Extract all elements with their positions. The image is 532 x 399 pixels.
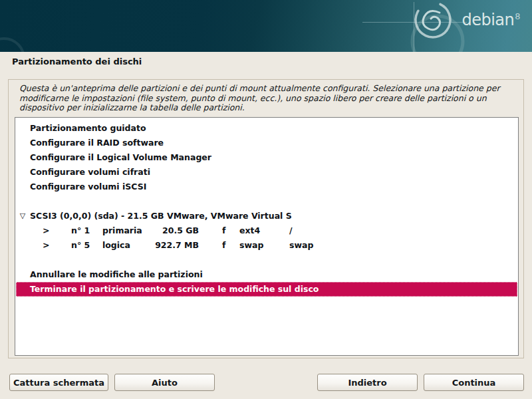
partition-filesystem: ext4 — [239, 223, 260, 238]
partition-format-flag: f — [222, 223, 225, 238]
intro-line: dispositivo per inizializzarne la tabell… — [19, 103, 518, 113]
continue-button[interactable]: Continua — [424, 374, 524, 391]
partition-format-flag: f — [222, 238, 225, 253]
list-spacer-row — [15, 253, 518, 267]
screenshot-button[interactable]: Cattura schermata — [9, 374, 108, 391]
partition-number: n° 5 — [71, 238, 90, 253]
partition-row-1[interactable]: > n° 1 primaria 20.5 GB f ext4 / — [15, 223, 518, 238]
intro-line: modificarne le impostazioni (file system… — [19, 94, 518, 104]
list-item-finish-partitioning[interactable]: Terminare il partizionamento e scrivere … — [16, 282, 517, 297]
expander-closed-icon[interactable]: > — [43, 238, 49, 253]
expander-open-icon[interactable]: ▽ — [15, 209, 30, 223]
list-item-label: Annullare le modifiche alle partizioni — [30, 269, 203, 279]
debian-swirl-icon — [0, 0, 532, 52]
partition-size: 20.5 GB — [132, 223, 199, 238]
version-number: 8 — [515, 11, 520, 21]
partition-list: Partizionamento guidato Configurare il R… — [15, 117, 519, 356]
intro-text: Questa è un'anteprima delle partizioni e… — [19, 84, 518, 113]
list-item-guided-partitioning[interactable]: Partizionamento guidato — [15, 121, 518, 136]
back-button[interactable]: Indietro — [317, 374, 418, 391]
partition-size: 922.7 MB — [132, 238, 199, 253]
partition-row-5[interactable]: > n° 5 logica 922.7 MB f swap swap — [15, 238, 518, 253]
partition-number: n° 1 — [71, 223, 90, 238]
partition-preview-frame: Questa è un'anteprima delle partizioni e… — [8, 79, 524, 358]
list-item-configure-encrypted[interactable]: Configurare volumi cifrati — [15, 165, 518, 180]
partition-mountpoint: swap — [289, 238, 313, 253]
banner: debian8 — [0, 0, 532, 52]
list-item-undo-changes[interactable]: Annullare le modifiche alle partizioni — [15, 267, 518, 282]
list-item-label: Configurare il RAID software — [30, 138, 164, 148]
list-item-label: Configurare volumi iSCSI — [30, 182, 146, 192]
list-item-label: Configurare il Logical Volume Manager — [30, 152, 211, 162]
brand-name: debian — [462, 11, 514, 29]
disk-label: SCSI3 (0,0,0) (sda) - 21.5 GB VMware, VM… — [30, 211, 292, 221]
intro-line: Questa è un'anteprima delle partizioni e… — [19, 84, 518, 94]
partition-filesystem: swap — [239, 238, 263, 253]
partition-mountpoint: / — [289, 223, 293, 238]
list-item-configure-raid[interactable]: Configurare il RAID software — [15, 136, 518, 150]
list-spacer-row — [15, 194, 518, 209]
partition-type: logica — [102, 238, 130, 253]
list-item-label: Partizionamento guidato — [30, 123, 146, 133]
help-button[interactable]: Aiuto — [114, 374, 215, 391]
expander-closed-icon[interactable]: > — [43, 223, 49, 238]
debian-logo: debian8 — [462, 11, 520, 29]
list-item-configure-lvm[interactable]: Configurare il Logical Volume Manager — [15, 150, 518, 165]
list-item-configure-iscsi[interactable]: Configurare volumi iSCSI — [15, 180, 518, 194]
list-item-label: Configurare volumi cifrati — [30, 167, 150, 177]
disk-row[interactable]: ▽ SCSI3 (0,0,0) (sda) - 21.5 GB VMware, … — [15, 209, 518, 223]
list-item-label: Terminare il partizionamento e scrivere … — [30, 284, 319, 294]
page-title: Partizionamento dei dischi — [12, 57, 142, 66]
